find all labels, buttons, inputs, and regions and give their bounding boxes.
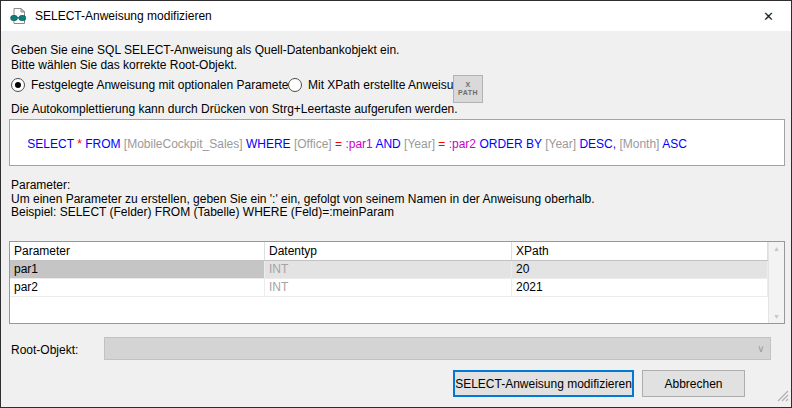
param-table-body: par1INT20par2INT2021 xyxy=(10,261,784,297)
radio-button-icon[interactable] xyxy=(11,78,25,92)
parameter-hint-2: Beispiel: SELECT (Felder) FROM (Tabelle)… xyxy=(11,205,394,219)
table-cell-parameter[interactable]: par1 xyxy=(10,261,265,278)
table-cell-xpath[interactable]: 2021 xyxy=(512,279,768,296)
xpath-edit-button[interactable]: X PATH xyxy=(453,75,483,103)
cancel-button[interactable]: Abbrechen xyxy=(642,370,745,397)
table-cell-datentyp[interactable]: INT xyxy=(265,279,512,296)
column-header-xpath[interactable]: XPath xyxy=(512,242,768,260)
chevron-down-icon: ∨ xyxy=(752,343,770,354)
sql-statement-input[interactable]: SELECT * FROM [MobileCockpit_Sales] WHER… xyxy=(9,119,785,166)
radio-fixed-statement-label: Festgelegte Anweisung mit optionalen Par… xyxy=(31,78,299,92)
xpath-button-text-top: X xyxy=(465,81,470,89)
close-icon[interactable]: ✕ xyxy=(746,1,791,31)
scroll-up-icon[interactable]: ▲ xyxy=(773,245,780,252)
sql-statement-text: SELECT * FROM [MobileCockpit_Sales] WHER… xyxy=(27,137,686,151)
titlebar: SELECT-Anweisung modifizieren xyxy=(1,1,791,31)
radio-fixed-statement[interactable]: Festgelegte Anweisung mit optionalen Par… xyxy=(11,78,299,92)
root-object-label: Root-Objekt: xyxy=(11,343,78,357)
column-header-parameter[interactable]: Parameter xyxy=(10,242,265,260)
modify-select-statement-button[interactable]: SELECT-Anweisung modifizieren xyxy=(453,370,634,397)
resize-grip[interactable] xyxy=(776,389,789,405)
dialog-title: SELECT-Anweisung modifizieren xyxy=(35,9,212,23)
scroll-down-icon[interactable]: ▼ xyxy=(773,313,780,320)
autocomplete-hint: Die Autokomplettierung kann durch Drücke… xyxy=(11,102,458,116)
table-cell-xpath[interactable]: 20 xyxy=(512,261,768,278)
parameter-table-header: Parameter Datentyp XPath xyxy=(10,242,768,261)
xpath-button-text-bottom: PATH xyxy=(458,89,478,97)
parameter-section-title: Parameter: xyxy=(11,178,70,192)
select-statement-dialog: SELECT-Anweisung modifizieren ✕ Geben Si… xyxy=(0,0,792,408)
radio-xpath-statement[interactable]: Mit XPath erstellte Anweisung xyxy=(288,78,467,92)
intro-line-2: Bitte wählen Sie das korrekte Root-Objek… xyxy=(11,58,237,72)
radio-button-icon[interactable] xyxy=(288,78,302,92)
radio-xpath-statement-label: Mit XPath erstellte Anweisung xyxy=(308,78,467,92)
table-row[interactable]: par2INT2021 xyxy=(10,279,768,297)
intro-line-1: Geben Sie eine SQL SELECT-Anweisung als … xyxy=(11,43,399,57)
column-header-datentyp[interactable]: Datentyp xyxy=(265,242,512,260)
table-row[interactable]: par1INT20 xyxy=(10,261,768,279)
table-cell-parameter[interactable]: par2 xyxy=(10,279,265,296)
table-scrollbar[interactable]: ▲ ▼ xyxy=(768,242,784,323)
app-document-glasses-icon xyxy=(10,8,28,24)
parameter-hint-1: Um einen Parameter zu erstellen, geben S… xyxy=(11,192,595,206)
parameter-table: Parameter Datentyp XPath par1INT20par2IN… xyxy=(9,241,785,324)
root-object-dropdown[interactable]: ∨ xyxy=(104,337,771,360)
table-cell-datentyp[interactable]: INT xyxy=(265,261,512,278)
